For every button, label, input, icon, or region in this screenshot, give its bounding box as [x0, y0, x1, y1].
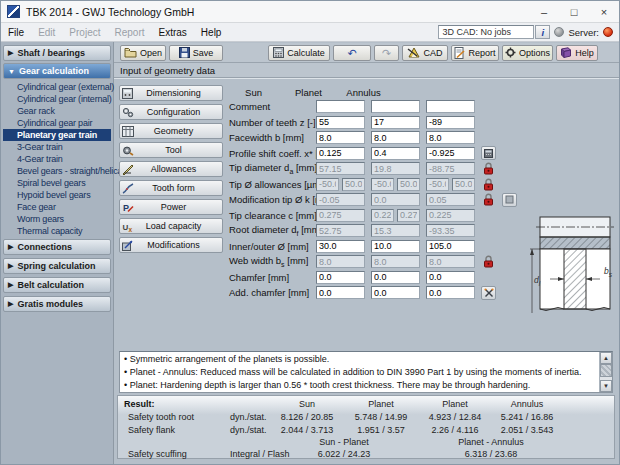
sidebar-section-gear-calculation[interactable]: ▼Gear calculation — [3, 63, 111, 79]
tip-allowances-lock-button[interactable] — [481, 177, 496, 191]
sidebar-item-hypoid-bevel-gears[interactable]: Hypoid bevel gears — [3, 189, 111, 201]
teeth-annulus-input[interactable] — [426, 116, 475, 129]
redo-button[interactable]: ↷ — [374, 45, 399, 61]
gear-cross-section-diagram: di bs — [528, 213, 620, 319]
sidebar-section-spring-calculation[interactable]: ▶Spring calculation — [3, 258, 111, 274]
chevron-right-icon: ▶ — [8, 300, 13, 308]
sidebar-item-gear-rack[interactable]: Gear rack — [3, 105, 111, 117]
results-header-planet2: Planet — [414, 399, 496, 409]
cad-button[interactable]: CAD — [402, 45, 448, 61]
open-button[interactable]: Open — [120, 45, 166, 61]
nav-geometry-button[interactable]: Geometry — [119, 123, 223, 139]
save-button[interactable]: Save — [169, 45, 223, 61]
message-scrollbar[interactable]: ▲ ▼ — [599, 352, 612, 392]
teeth-planet-input[interactable] — [371, 116, 420, 129]
field-label: Profile shift coeff. x* [-] — [229, 148, 316, 159]
minimize-button[interactable]: – — [529, 1, 559, 22]
undo-button[interactable]: ↶ — [333, 45, 371, 61]
calculator-icon — [273, 47, 284, 58]
web-width-lock-button[interactable] — [481, 255, 496, 269]
dimensioning-icon — [120, 88, 135, 99]
nav-dimensioning-button[interactable]: Dimensioning — [119, 85, 223, 101]
tip-diameter-annulus-field — [426, 162, 475, 175]
sidebar-item-4-gear-train[interactable]: 4-Gear train — [3, 153, 111, 165]
tip-diameter-lock-button[interactable] — [481, 162, 496, 176]
nav-tool-button[interactable]: Tool — [119, 142, 223, 158]
add-chamfer-detail-button[interactable] — [481, 286, 496, 300]
modification-tip-extra-button[interactable] — [502, 193, 517, 207]
sidebar-item-worm-gears[interactable]: Worm gears — [3, 213, 111, 225]
nav-allowances-button[interactable]: Allowances — [119, 161, 223, 177]
sidebar-item-planetary-gear-train[interactable]: Planetary gear train — [3, 129, 111, 141]
inner-outer-sun-input[interactable] — [316, 240, 365, 253]
profile-shift-sun-input[interactable] — [316, 147, 365, 160]
maximize-button[interactable]: □ — [559, 1, 589, 22]
facewidth-annulus-input[interactable] — [426, 131, 475, 144]
sidebar-item-thermal-capacity[interactable]: Thermal capacity — [3, 225, 111, 237]
menu-file[interactable]: File — [1, 27, 31, 38]
nav-configuration-button[interactable]: Configuration — [119, 104, 223, 120]
calculate-button[interactable]: Calculate — [268, 45, 330, 61]
row-tip-clearance: Tip clearance c [mm] — [229, 209, 481, 222]
tip-allowance-annulus-upper-field — [452, 178, 475, 191]
toolbar: Open Save Calculate ↶ ↷ CAD Report Optio… — [114, 43, 619, 63]
facewidth-planet-input[interactable] — [371, 131, 420, 144]
field-label: Root diameter df [mm] — [229, 224, 316, 237]
chamfer-planet-input[interactable] — [371, 271, 420, 284]
menu-help[interactable]: Help — [194, 27, 229, 38]
profile-shift-calculator-button[interactable] — [481, 146, 496, 160]
sidebar-section-gratis-modules[interactable]: ▶Gratis modules — [3, 296, 111, 312]
options-button[interactable]: Options — [502, 45, 553, 61]
report-button[interactable]: Report — [451, 45, 499, 61]
message-panel: • Symmetric arrangement of the planets i… — [119, 351, 613, 393]
sidebar-section-shaft-bearings[interactable]: ▶Shaft / bearings — [3, 45, 111, 61]
form-column-headers: Sun Planet Annulus — [229, 87, 394, 98]
sidebar-section-connections[interactable]: ▶Connections — [3, 239, 111, 255]
info-button[interactable]: i — [535, 25, 550, 39]
nav-load-capacity-button[interactable]: UxLoad capacity — [119, 218, 223, 234]
pair-header-planet-annulus: Planet - Annulus — [414, 437, 568, 447]
sidebar-item-face-gear[interactable]: Face gear — [3, 201, 111, 213]
facewidth-sun-input[interactable] — [316, 131, 365, 144]
close-button[interactable]: × — [589, 1, 619, 22]
message-line: • Planet: Hardening depth is larger than… — [124, 379, 595, 392]
save-floppy-icon — [179, 47, 190, 58]
sidebar-section-belt-calculation[interactable]: ▶Belt calculation — [3, 277, 111, 293]
profile-shift-planet-input[interactable] — [371, 147, 420, 160]
modification-tip-lock-button[interactable] — [481, 193, 496, 207]
inner-outer-annulus-input[interactable] — [426, 240, 475, 253]
tip-clearance-planet-b-field — [397, 209, 420, 222]
chamfer-sun-input[interactable] — [316, 271, 365, 284]
nav-tooth-form-button[interactable]: Tooth form — [119, 180, 223, 196]
tooth-form-curve-icon — [120, 183, 135, 194]
help-button[interactable]: Help — [556, 45, 598, 61]
inner-outer-planet-input[interactable] — [371, 240, 420, 253]
scroll-down-arrow[interactable]: ▼ — [600, 380, 612, 392]
power-icon: P — [120, 202, 135, 213]
nav-power-button[interactable]: PPower — [119, 199, 223, 215]
sidebar-item-cylindrical-gear-internal[interactable]: Cylindrical gear (internal) — [3, 93, 111, 105]
sidebar-item-cylindrical-gear-pair[interactable]: Cylindrical gear pair — [3, 117, 111, 129]
comment-planet-input[interactable] — [371, 100, 420, 113]
results-header-planet1: Planet — [340, 399, 422, 409]
nav-modifications-button[interactable]: Modifications — [119, 237, 223, 253]
report-document-icon — [454, 47, 465, 59]
sidebar-item-3-gear-train[interactable]: 3-Gear train — [3, 141, 111, 153]
comment-annulus-input[interactable] — [426, 100, 475, 113]
field-label: Facewidth b [mm] — [229, 132, 316, 143]
sidebar-item-cylindrical-gear-external[interactable]: Cylindrical gear (external) — [3, 81, 111, 93]
add-chamfer-planet-input[interactable] — [371, 286, 420, 299]
profile-shift-annulus-input[interactable] — [426, 147, 475, 160]
menu-extras[interactable]: Extras — [152, 27, 194, 38]
tip-allowance-planet-upper-field — [397, 178, 420, 191]
add-chamfer-annulus-input[interactable] — [426, 286, 475, 299]
sidebar-item-spiral-bevel-gears[interactable]: Spiral bevel gears — [3, 177, 111, 189]
message-line: • Symmetric arrangement of the planets i… — [124, 353, 595, 366]
add-chamfer-sun-input[interactable] — [316, 286, 365, 299]
scrollbar-thumb[interactable] — [600, 364, 612, 377]
chamfer-annulus-input[interactable] — [426, 271, 475, 284]
comment-sun-input[interactable] — [316, 100, 365, 113]
scroll-up-arrow[interactable]: ▲ — [600, 352, 612, 364]
teeth-sun-input[interactable] — [316, 116, 365, 129]
sidebar-item-bevel-gears[interactable]: Bevel gears - straight/helical — [3, 165, 111, 177]
